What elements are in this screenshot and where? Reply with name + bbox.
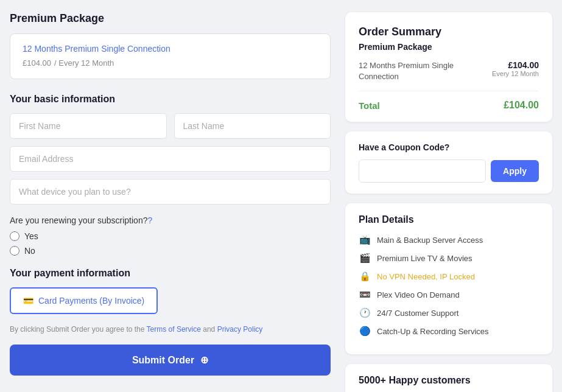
- plan-details-title: Plan Details: [359, 214, 539, 225]
- coupon-card: Have a Coupon Code? Apply: [345, 131, 552, 194]
- package-price-frequency: / Every 12 Month: [54, 58, 114, 68]
- radio-yes-label[interactable]: Yes: [10, 231, 331, 241]
- submit-icon: ⊕: [200, 354, 208, 366]
- order-line-price: £104.00 Every 12 Month: [492, 60, 539, 77]
- order-line-amount: £104.00: [492, 60, 539, 70]
- name-row: [10, 113, 331, 139]
- submit-order-label: Submit Order: [132, 355, 194, 366]
- last-name-input[interactable]: [174, 113, 331, 139]
- right-column: Order Summary Premium Package 12 Months …: [345, 12, 552, 392]
- coupon-row: Apply: [359, 159, 539, 183]
- order-package-label: Premium Package: [359, 42, 539, 52]
- order-line-frequency: Every 12 Month: [492, 70, 539, 77]
- card-payment-button[interactable]: 💳 Card Payments (By Invoice): [10, 287, 158, 314]
- radio-no-label[interactable]: No: [10, 246, 331, 256]
- plan-details-card: Plan Details 📺 Main & Backup Server Acce…: [345, 203, 552, 354]
- total-row: Total £104.00: [359, 100, 539, 111]
- card-payment-label: Card Payments (By Invoice): [38, 296, 144, 306]
- order-line-desc: 12 Months Premium Single Connection: [359, 60, 456, 82]
- plan-feature-vpn: 🔒 No VPN Needed, IP Locked: [359, 270, 539, 282]
- renew-question: Are you renewing your subscription??: [10, 215, 331, 225]
- plan-feature-vpn-text: No VPN Needed, IP Locked: [377, 272, 475, 281]
- plan-feature-support-text: 24/7 Customer Support: [377, 309, 458, 318]
- page-wrapper: Premium Package 12 Months Premium Single…: [0, 0, 562, 392]
- plan-feature-catchup: 🔵 Catch-Up & Recording Services: [359, 325, 539, 337]
- basic-info-title: Your basic information: [10, 94, 331, 105]
- order-line: 12 Months Premium Single Connection £104…: [359, 60, 539, 91]
- privacy-policy-link[interactable]: Privacy Policy: [217, 325, 263, 334]
- plan-feature-livetv: 🎬 Premium Live TV & Movies: [359, 252, 539, 264]
- radio-yes[interactable]: [10, 231, 19, 241]
- plan-feature-plex: 📼 Plex Video On Demand: [359, 289, 539, 301]
- coupon-input[interactable]: [359, 159, 486, 183]
- plan-feature-support: 🕐 24/7 Customer Support: [359, 307, 539, 319]
- order-summary-title: Order Summary: [359, 26, 539, 38]
- radio-yes-text: Yes: [24, 231, 38, 241]
- happy-customers-card: 5000+ Happy customers 👩 Robert Millians: [345, 364, 552, 392]
- happy-customers-title: 5000+ Happy customers: [359, 375, 539, 386]
- terms-of-service-link[interactable]: Terms of Service: [147, 325, 201, 334]
- package-price-amount: £104.00: [23, 58, 51, 68]
- coupon-label: Have a Coupon Code?: [359, 142, 539, 152]
- order-summary-card: Order Summary Premium Package 12 Months …: [345, 12, 552, 122]
- device-row: [10, 179, 331, 205]
- plan-feature-catchup-text: Catch-Up & Recording Services: [377, 327, 489, 336]
- package-card: 12 Months Premium Single Connection £104…: [10, 33, 331, 79]
- submit-order-button[interactable]: Submit Order ⊕: [10, 345, 331, 376]
- renew-link[interactable]: ?: [147, 215, 152, 225]
- package-section-title: Premium Package: [10, 12, 331, 25]
- package-name: 12 Months Premium Single Connection: [23, 44, 318, 54]
- radio-no[interactable]: [10, 246, 19, 256]
- package-price: £104.00 / Every 12 Month: [23, 56, 318, 69]
- payment-section-title: Your payment information: [10, 268, 331, 279]
- clock-icon: 🕐: [359, 307, 371, 319]
- server-icon: 📺: [359, 234, 371, 246]
- plex-icon: 📼: [359, 289, 371, 301]
- livetv-icon: 🎬: [359, 252, 371, 264]
- terms-text: By clicking Submit Order you agree to th…: [10, 325, 331, 334]
- first-name-input[interactable]: [10, 113, 167, 139]
- plan-feature-plex-text: Plex Video On Demand: [377, 290, 460, 299]
- apply-coupon-button[interactable]: Apply: [491, 160, 539, 182]
- left-column: Premium Package 12 Months Premium Single…: [10, 12, 331, 392]
- catchup-icon: 🔵: [359, 325, 371, 337]
- email-input[interactable]: [10, 146, 331, 172]
- device-input[interactable]: [10, 179, 331, 205]
- email-row: [10, 146, 331, 172]
- plan-feature-server-text: Main & Backup Server Access: [377, 236, 483, 245]
- card-icon: 💳: [23, 296, 33, 306]
- radio-no-text: No: [24, 246, 35, 256]
- total-amount: £104.00: [504, 100, 539, 111]
- plan-feature-server: 📺 Main & Backup Server Access: [359, 234, 539, 246]
- total-label: Total: [359, 100, 380, 111]
- renew-radio-group: Yes No: [10, 231, 331, 256]
- lock-icon: 🔒: [359, 270, 371, 282]
- plan-feature-livetv-text: Premium Live TV & Movies: [377, 254, 472, 263]
